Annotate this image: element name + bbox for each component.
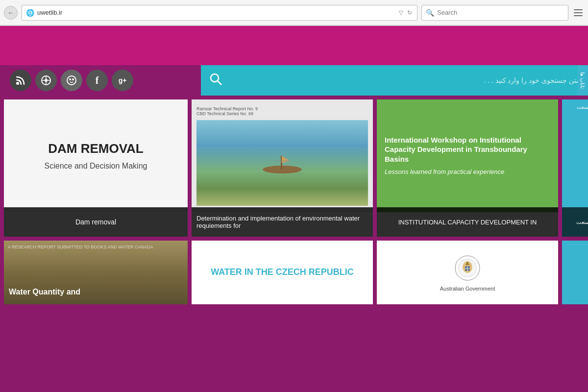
- book-title-institutional: International Workshop on Institutional …: [385, 135, 550, 164]
- refresh-button[interactable]: ↻: [406, 8, 413, 17]
- book-label-determination: Determination and implementation of envi…: [192, 207, 373, 237]
- book-subtitle-dam-removal: Science and Decision Making: [45, 162, 147, 171]
- book-meta-water-quantity: A RESEARCH REPORT SUBMITTED TO BOOKS AND…: [8, 245, 153, 249]
- svg-line-9: [218, 81, 221, 85]
- svg-point-8: [211, 74, 219, 82]
- svg-point-0: [16, 82, 19, 85]
- website-search-input[interactable]: [228, 76, 580, 84]
- books-grid-row2: A RESEARCH REPORT SUBMITTED TO BOOKS AND…: [0, 241, 588, 308]
- book-card-determination[interactable]: Ramsar Technical Report No. 9CBD Technic…: [192, 99, 373, 237]
- social-icons-container: f g+: [0, 65, 201, 96]
- social-search-bar: f g+ تاناب ها: [0, 65, 588, 96]
- menu-line-1: [574, 9, 583, 10]
- book-card-water-quantity[interactable]: A RESEARCH REPORT SUBMITTED TO BOOKS AND…: [4, 241, 188, 304]
- browser-menu-button[interactable]: [572, 6, 584, 20]
- book-label-dam-removal: Dam removal: [4, 207, 188, 237]
- book-cover-institutional: International Workshop on Institutional …: [377, 99, 558, 212]
- book-label-partial-1: صنعت: [562, 207, 588, 237]
- back-arrow-icon: ←: [7, 9, 14, 17]
- book-title-czech-republic: WATER IN THE CZECH REPUBLIC: [211, 267, 354, 278]
- book-title-dam-removal: DAM REMOVAL: [48, 141, 144, 156]
- svg-marker-12: [282, 156, 290, 163]
- address-bar-controls: ▽ ↻: [398, 8, 413, 17]
- australian-coat-of-arms: [453, 253, 482, 283]
- partial-label: صنعت: [576, 219, 588, 225]
- book-subtitle-institutional: Lessons learned from practical experienc…: [385, 168, 504, 176]
- tab-label-text: تاناب ها: [580, 72, 586, 89]
- svg-point-6: [69, 78, 71, 80]
- globe-icon: 🌐: [26, 9, 34, 17]
- menu-line-3: [574, 15, 583, 16]
- book-card-australian[interactable]: Australian Government: [377, 241, 558, 304]
- browser-search-bar[interactable]: 🔍: [421, 5, 568, 21]
- browser-search-input[interactable]: [437, 9, 564, 16]
- svg-point-7: [72, 78, 74, 80]
- book-label-australian: Australian Government: [440, 286, 495, 292]
- boat-image: [260, 151, 304, 175]
- book-label-institutional: INSTITUTIONAL CAPACITY DEVELOPMENT IN: [377, 207, 558, 237]
- book-card-dam-removal[interactable]: DAM REMOVAL Science and Decision Making …: [4, 99, 188, 237]
- browser-search-icon: 🔍: [426, 9, 434, 17]
- menu-line-2: [574, 12, 583, 13]
- website-search-icon: [209, 72, 222, 89]
- book-cover-partial-1: صنعت: [562, 99, 588, 212]
- book-image-determination: [196, 120, 368, 206]
- address-input[interactable]: [37, 9, 395, 16]
- partial-book-text: صنعت: [562, 104, 588, 110]
- browser-toolbar: ← 🌐 ▽ ↻ 🔍: [0, 0, 588, 25]
- book-card-czech-republic[interactable]: WATER IN THE CZECH REPUBLIC: [192, 241, 373, 304]
- book-cover-determination: Ramsar Technical Report No. 9CBD Technic…: [192, 99, 373, 212]
- book-card-partial-2[interactable]: [562, 241, 588, 304]
- book-card-institutional[interactable]: International Workshop on Institutional …: [377, 99, 558, 237]
- google-plus-icon[interactable]: g+: [112, 70, 133, 91]
- books-grid-row1: DAM REMOVAL Science and Decision Making …: [0, 96, 588, 241]
- owl-icon[interactable]: [61, 70, 82, 91]
- film-icon[interactable]: [35, 70, 57, 91]
- dropdown-arrow-button[interactable]: ▽: [398, 8, 404, 17]
- book-header-determination: Ramsar Technical Report No. 9CBD Technic…: [196, 106, 258, 116]
- website-content: f g+ تاناب ها DAM REMOVAL Science and De…: [0, 26, 588, 392]
- website-search-bar[interactable]: [201, 65, 588, 96]
- browser-chrome: ← 🌐 ▽ ↻ 🔍: [0, 0, 588, 26]
- tab-label[interactable]: تاناب ها: [578, 65, 588, 96]
- svg-point-5: [67, 76, 76, 85]
- rss-icon[interactable]: [10, 70, 31, 91]
- facebook-icon[interactable]: f: [86, 70, 108, 91]
- book-cover-dam-removal: DAM REMOVAL Science and Decision Making: [4, 99, 188, 212]
- back-button[interactable]: ←: [4, 6, 18, 20]
- address-bar[interactable]: 🌐 ▽ ↻: [22, 5, 417, 21]
- book-card-partial-1[interactable]: صنعت صنعت: [562, 99, 588, 237]
- top-banner: [0, 26, 588, 65]
- book-title-water-quantity: Water Quantity and: [9, 288, 80, 296]
